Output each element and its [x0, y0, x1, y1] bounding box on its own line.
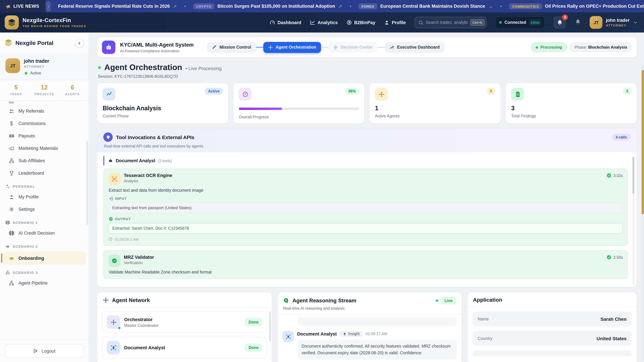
trophy-icon — [9, 170, 14, 176]
agent-row-document-analyst[interactable]: Document Analyst Done — [102, 337, 267, 358]
user-status: Active — [30, 71, 41, 75]
brand-tagline: THE BRAIN BEHIND YOUR TRADES — [22, 24, 86, 28]
sidebar-item-label: Payouts — [18, 133, 35, 138]
ticker-item[interactable]: CRYPTO Bitcoin Surges Past $105,000 on I… — [193, 3, 351, 9]
step-label: Executive Dashboard — [397, 45, 440, 50]
connection-label: Connected — [504, 20, 526, 25]
megaphone-icon — [5, 3, 11, 9]
entry-time: 01:09:17 AM — [366, 332, 387, 336]
page-title: Agent Orchestration — [104, 63, 182, 72]
user-menu[interactable]: JT john trader ATTORNEY — [590, 16, 638, 29]
step-executive-dashboard[interactable]: Executive Dashboard — [385, 42, 444, 53]
brand[interactable]: Nexgile-CortexFin THE BRAIN BEHIND YOUR … — [5, 15, 86, 29]
sidebar-item-marketing-materials[interactable]: Marketing Materials — [0, 142, 88, 155]
nav-label: Dashboard — [278, 20, 301, 25]
tool-card-mrz: MRZ Validator Verification 2.50s Validat… — [103, 250, 628, 279]
tool-invocations-panel: Tool Invocations & External APIs 4 calls… — [97, 129, 636, 287]
scale-icon — [333, 45, 338, 50]
ticker-item[interactable]: FOREX European Central Bank Maintains Do… — [358, 3, 502, 9]
sidebar-collapse-button[interactable] — [75, 39, 84, 47]
agent-group-header: Document Analyst (2 tools) — [103, 156, 628, 165]
tool-description: Extract text and data from identity docu… — [109, 188, 623, 193]
logout-icon — [33, 348, 38, 354]
live-news-label: LIVE NEWS — [14, 4, 39, 9]
bitcoin-icon — [346, 20, 352, 25]
ticker-headline: Bitcoin Surges Past $105,000 on Institut… — [218, 4, 335, 9]
sidebar-item-agent-pipeline[interactable]: Agent Pipeline — [0, 277, 88, 289]
dollar-icon — [9, 121, 14, 126]
tools-scroll-area[interactable]: Document Analyst (2 tools) Tesseract OCR… — [97, 152, 636, 287]
page-scrollbar-thumb[interactable] — [642, 70, 644, 214]
brain-icon — [5, 220, 10, 225]
field-value: United States — [596, 336, 626, 341]
workflow-header-card: KYC/AML Multi-Agent System AI-Powered Co… — [97, 37, 636, 57]
ticker-category-badge: CRYPTO — [193, 3, 214, 9]
avatar: JT — [5, 58, 20, 73]
agent-list-scrollbar[interactable] — [269, 311, 271, 342]
stat-value: 12 — [30, 84, 58, 91]
users-icon — [9, 108, 14, 114]
tools-scrollbar[interactable] — [632, 157, 634, 284]
sidebar-item-label: Commissions — [18, 121, 46, 126]
sidebar-item-payouts[interactable]: Payouts — [0, 130, 88, 142]
ticker-headline: European Central Bank Maintains Dovish S… — [380, 4, 485, 9]
logout-button[interactable]: Logout — [5, 344, 84, 358]
agent-list[interactable]: Orchestrator Master Coordinator Done Doc… — [97, 307, 272, 362]
panel-title: Application — [473, 297, 502, 303]
sidebar-item-leaderboard[interactable]: Leaderboard — [0, 167, 88, 179]
network-icon — [375, 88, 388, 100]
reasoning-scroll-area[interactable]: Document Analyst Insight 01:09:17 AM Doc… — [278, 314, 462, 362]
sidebar-item-ai-credit-decision[interactable]: AI Credit Decision — [0, 227, 88, 239]
nav-analytics[interactable]: Analytics — [310, 20, 338, 25]
trend-flat-icon: → — [488, 3, 493, 9]
notifications-button[interactable]: 6 — [554, 16, 566, 29]
network-icon — [103, 297, 109, 303]
agent-avatar — [282, 331, 294, 342]
global-search[interactable]: Ctrl+K — [414, 17, 487, 28]
sidebar-item-settings[interactable]: Settings — [0, 203, 88, 216]
stat-projects: 12 PROJECTS — [30, 84, 58, 96]
ticker-item[interactable]: Federal Reserve Signals Potential Rate C… — [58, 3, 186, 9]
search-shortcut: Ctrl+K — [470, 19, 485, 26]
live-dot — [436, 299, 438, 302]
user-role: ATTORNEY — [24, 65, 49, 68]
clock-icon — [108, 237, 113, 241]
calls-count-badge: 4 calls — [612, 134, 630, 140]
search-input[interactable] — [426, 20, 468, 25]
portal-logo-icon — [5, 39, 12, 47]
session-id: Session: KYC-1767123513906-6G5L8DQTD — [98, 74, 636, 79]
hierarchy-icon — [9, 158, 14, 164]
agent-name: Orchestrator — [124, 317, 158, 322]
log-in-icon — [109, 196, 113, 201]
page-scrollbar[interactable] — [642, 65, 644, 360]
tool-type: Analysis — [124, 179, 172, 183]
agent-row-orchestrator[interactable]: Orchestrator Master Coordinator Done — [102, 311, 267, 333]
nav-b2binpay[interactable]: B2BinPay — [346, 20, 375, 25]
sidebar-item-sub-affiliates[interactable]: Sub-Affiliates — [0, 155, 88, 167]
agent-role: Master Coordinator — [124, 323, 158, 328]
tool-type: Verification — [124, 261, 154, 265]
sidebar-item-commissions[interactable]: Commissions — [0, 117, 88, 130]
stat-label: PROJECTS — [30, 92, 58, 96]
sidebar: Nexgile Portal JT john trader ATTORNEY A… — [0, 32, 89, 362]
stat-label: ALERTS — [58, 92, 86, 96]
pipeline-connector — [377, 47, 385, 48]
sidebar-scrollbar[interactable] — [86, 141, 88, 225]
sidebar-item-label: AI Credit Decision — [18, 231, 55, 236]
top-nav: Dashboard Analytics B2BinPay Profile — [270, 20, 406, 25]
alerts-button[interactable] — [575, 19, 581, 26]
sidebar-item-my-referrals[interactable]: My Referrals — [0, 105, 88, 117]
entry-agent-name: Document Analyst — [297, 331, 337, 336]
ticker-item[interactable]: COMMODITIES Oil Prices Rally on OPEC+ Pr… — [509, 3, 644, 9]
nav-profile[interactable]: Profile — [384, 20, 406, 25]
step-mission-control[interactable]: Mission Control — [207, 42, 256, 53]
step-agent-orchestration[interactable]: Agent Orchestration — [263, 42, 321, 53]
sidebar-item-my-profile[interactable]: My Profile — [0, 191, 88, 203]
check-circle-icon — [606, 255, 612, 260]
nav-dashboard[interactable]: Dashboard — [270, 20, 301, 25]
sidebar-item-onboarding[interactable]: Onboarding — [3, 251, 86, 265]
ticker-headline: Oil Prices Rally on OPEC+ Production Cut… — [545, 4, 644, 9]
pipeline-icon — [5, 270, 10, 275]
robot-icon — [108, 158, 113, 163]
robot-icon — [5, 244, 10, 249]
